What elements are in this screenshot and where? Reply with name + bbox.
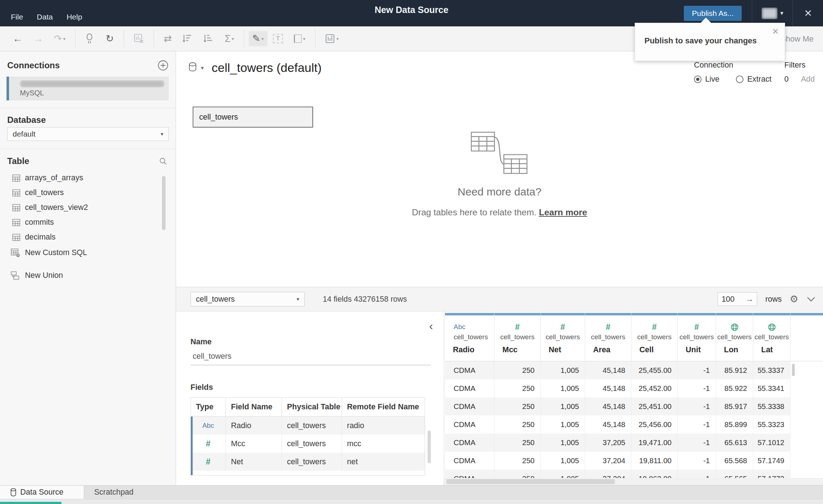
- grid-column-header-Mcc[interactable]: #cell_towersMcc: [494, 313, 541, 361]
- text-label-icon[interactable]: T: [267, 34, 288, 43]
- grid-cell: -1: [678, 415, 716, 434]
- table-list-item-cell_towers[interactable]: cell_towers: [0, 185, 170, 200]
- field-row-Net[interactable]: #Netcell_towersnet: [191, 453, 425, 471]
- extract-label[interactable]: Extract: [747, 75, 771, 84]
- show-me-button[interactable]: Show Me: [780, 26, 814, 51]
- name-value[interactable]: cell_towers: [193, 352, 232, 361]
- grid-cell: 250: [494, 434, 541, 452]
- grid-cell: 250: [494, 470, 541, 478]
- toolbar-divider: [244, 30, 244, 48]
- fields-scrollbar[interactable]: [428, 431, 431, 463]
- grid-header-row: Abccell_towersRadio#cell_towersMcc#cell_…: [445, 313, 823, 361]
- gear-icon[interactable]: ⚙: [790, 293, 798, 305]
- grid-row[interactable]: CDMA2501,00537,20419,811.00-165.56857.17…: [445, 452, 790, 470]
- chevron-down-icon: ▾: [201, 65, 204, 71]
- apply-row-count-icon[interactable]: →: [746, 295, 753, 303]
- tooltip-close-icon[interactable]: ✕: [772, 27, 779, 36]
- learn-more-link[interactable]: Learn more: [539, 207, 587, 217]
- grid-row[interactable]: CDMA2501,00545,14825,451.00-185.91755.33…: [445, 397, 790, 415]
- sort-descending-icon[interactable]: [198, 34, 219, 43]
- chevron-down-icon: ▾: [780, 9, 784, 17]
- column-field-name: Lat: [753, 345, 773, 354]
- grid-column-header-Radio[interactable]: Abccell_towersRadio: [445, 313, 494, 361]
- grid-row[interactable]: CDMA2501,00545,14825,455.00-185.91255.33…: [445, 361, 790, 379]
- grid-column-header-Area[interactable]: #cell_towersArea: [585, 313, 631, 361]
- column-accent-bar: [716, 313, 753, 315]
- menu-help[interactable]: Help: [67, 13, 82, 21]
- menu-data[interactable]: Data: [37, 13, 53, 21]
- avatar: [762, 8, 777, 19]
- fit-view-icon[interactable]: ▾: [320, 34, 344, 43]
- grid-row[interactable]: CDMA2501,00545,14825,452.00-185.92255.33…: [445, 379, 790, 397]
- grid-cell: 85.912: [716, 361, 753, 379]
- grid-horizontal-scrollbar-thumb[interactable]: [446, 479, 615, 484]
- run-update-icon[interactable]: ↻: [100, 33, 119, 44]
- grid-row[interactable]: CDMA2501,00537,20419,863.00-165.56557.17…: [445, 470, 790, 478]
- grid-column-header-Lon[interactable]: cell_towersLon: [716, 313, 753, 361]
- table-header: Table: [7, 156, 29, 166]
- tab-scratchpad[interactable]: Scratchpad: [84, 486, 144, 499]
- database-select[interactable]: default ▾: [7, 127, 169, 141]
- sort-ascending-icon[interactable]: [177, 34, 198, 43]
- table-grid-icon: [12, 219, 20, 226]
- grid-vertical-scrollbar[interactable]: [792, 364, 795, 376]
- collapse-panel-icon[interactable]: ‹: [429, 319, 433, 333]
- new-custom-sql-button[interactable]: New Custom SQL: [0, 248, 87, 257]
- column-table-name: cell_towers: [500, 333, 535, 341]
- add-connection-icon[interactable]: [158, 60, 168, 71]
- account-menu[interactable]: ▾: [752, 8, 793, 19]
- filters-add-button[interactable]: Add: [801, 75, 815, 84]
- replay-icon[interactable]: ↷▾: [48, 33, 71, 44]
- window-close-button[interactable]: ✕: [793, 8, 823, 19]
- column-accent-bar: [494, 313, 540, 315]
- grid-row[interactable]: CDMA2501,00545,14825,456.00-185.89955.33…: [445, 415, 790, 434]
- totals-icon[interactable]: Σ▾: [219, 33, 239, 44]
- database-header: Database: [7, 115, 46, 125]
- extract-radio[interactable]: [736, 76, 743, 83]
- swap-rows-columns-icon[interactable]: ⇄: [158, 33, 177, 44]
- field-cell: Mcc: [226, 435, 282, 453]
- grid-column-header-Lat[interactable]: cell_towersLat: [753, 313, 790, 361]
- tab-data-source[interactable]: Data Source: [0, 486, 84, 499]
- clear-sheet-icon[interactable]: [128, 34, 149, 44]
- grid-horizontal-scrollbar[interactable]: [444, 478, 823, 485]
- undo-icon[interactable]: ←: [7, 33, 28, 44]
- database-icon[interactable]: [188, 62, 197, 74]
- grid-row[interactable]: CDMA2501,00537,20519,471.00-165.61357.10…: [445, 434, 790, 452]
- col-physical-table: Physical Table: [282, 398, 342, 416]
- sidebar-scrollbar[interactable]: [162, 176, 166, 230]
- number-type-icon: #: [606, 322, 610, 332]
- connection-item[interactable]: MySQL: [7, 77, 169, 100]
- pause-auto-updates-icon[interactable]: [80, 33, 100, 44]
- field-row-Radio[interactable]: AbcRadiocell_towersradio: [191, 417, 425, 435]
- table-list-item-arrays_of_arrays[interactable]: arrays_of_arrays: [0, 171, 170, 185]
- preview-table-select[interactable]: cell_towers ▾: [190, 292, 305, 306]
- column-accent-bar: [753, 313, 790, 315]
- grid-column-header-Unit[interactable]: #cell_towersUnit: [678, 313, 716, 361]
- field-row-Mcc[interactable]: #Mcccell_towersmcc: [191, 435, 425, 453]
- collapse-preview-icon[interactable]: [806, 296, 816, 302]
- grid-column-header-Net[interactable]: #cell_towersNet: [541, 313, 585, 361]
- grid-column-header-Cell[interactable]: #cell_towersCell: [631, 313, 678, 361]
- field-type-cell: Abc: [191, 417, 226, 435]
- live-label[interactable]: Live: [705, 75, 719, 84]
- publish-as-button[interactable]: Publish As...: [684, 6, 742, 21]
- column-table-name: cell_towers: [754, 333, 789, 341]
- table-list-item-commits[interactable]: commits: [0, 215, 170, 230]
- search-icon[interactable]: [159, 157, 167, 165]
- table-node-cell-towers[interactable]: cell_towers: [193, 107, 313, 128]
- menu-file[interactable]: File: [11, 13, 23, 21]
- live-radio[interactable]: [694, 76, 702, 83]
- field-cell: cell_towers: [282, 435, 342, 453]
- col-type: Type: [191, 398, 226, 416]
- grid-cell: 19,811.00: [631, 452, 678, 470]
- row-count-input[interactable]: [721, 295, 742, 304]
- table-list-item-decimals[interactable]: decimals: [0, 230, 170, 245]
- redo-icon[interactable]: →: [28, 33, 48, 44]
- connection-name-redacted: [20, 80, 164, 87]
- highlight-icon[interactable]: ✎▾: [249, 31, 267, 46]
- sidebar-divider: [0, 108, 176, 108]
- new-union-button[interactable]: New Union: [0, 271, 63, 280]
- cell-borders-icon[interactable]: ▾: [288, 34, 311, 43]
- table-list-item-cell_towers_view2[interactable]: cell_towers_view2: [0, 200, 170, 215]
